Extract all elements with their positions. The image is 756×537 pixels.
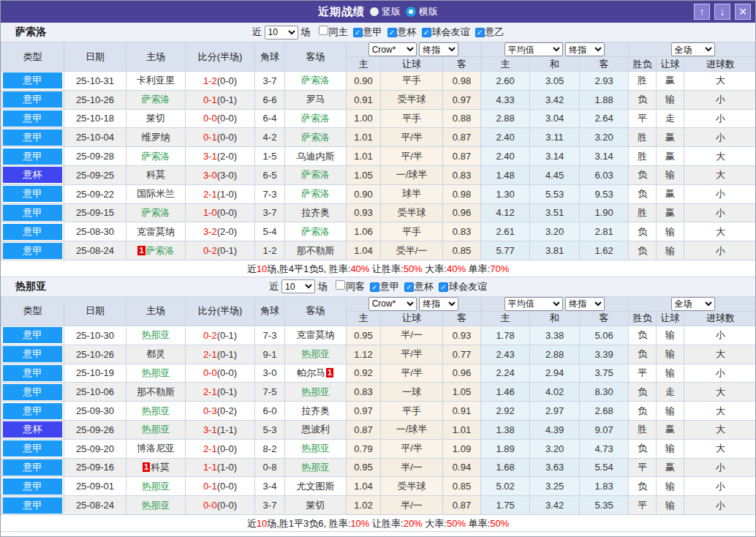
result-handicap: 输 [657,496,684,515]
team-name: 维罗纳 [142,132,170,143]
corner-cell: 3-7 [255,496,285,515]
odds-final-select[interactable]: 终指 [419,297,458,311]
opponent-team-cell: 乌迪内斯 [285,147,347,166]
avg-away-odds: 1.83 [580,477,629,496]
result-goals: 小 [684,90,756,109]
result-goals: 大 [684,439,756,458]
avg-home-odds: 5.02 [481,477,530,496]
filter-checkbox-意乙[interactable]: ✓ [475,28,485,37]
filter-checkbox-label: 意甲 [363,26,382,37]
full-score: 3-2 [203,226,217,237]
home-away-team-cell: 1萨索洛 [126,241,186,260]
filter-checkbox-球会友谊[interactable]: ✓ [439,282,448,292]
corner-cell: 7-5 [255,383,285,402]
date-cell: 25-10-19 [64,364,126,383]
date-cell: 25-10-18 [64,109,126,128]
avg-company-select[interactable]: 平均值 [504,297,563,311]
column-header-away: 客场 [285,42,347,72]
avg-away-odds: 2.81 [580,222,629,241]
opponent-team-cell: 维罗纳 [126,128,186,147]
avg-home-odds: 2.40 [481,147,530,166]
match-count-select[interactable]: 10 [281,279,315,293]
avg-final-select[interactable]: 终指 [565,42,605,56]
avg-away-odds: 5.06 [580,326,629,345]
match-row: 意甲25-10-18莱切0-0(0-0)6-4萨索洛1.00平手0.882.88… [1,109,756,128]
date-cell: 25-10-30 [64,326,126,345]
opponent-team-cell: 拉齐奥 [285,203,347,222]
filter-checkbox-意甲[interactable]: ✓ [353,28,363,37]
match-type-cell: 意甲 [1,128,64,147]
match-type-cell: 意甲 [1,147,64,166]
odds-company-select[interactable]: Crow* [368,297,417,311]
team-name: 罗马 [306,94,325,105]
result-handicap: 赢 [657,72,684,91]
match-count-select[interactable]: 10 [265,26,298,40]
radio-label: 横版 [419,5,438,18]
avg-draw-odds: 4.45 [530,165,580,184]
avg-final-select[interactable]: 终指 [565,297,605,311]
league-type-badge: 意甲 [3,72,62,89]
handicap-home-odds: 0.92 [347,364,381,383]
filter-checkbox-意杯[interactable]: ✓ [388,28,397,37]
avg-home-odds: 1.38 [481,420,530,439]
full-match-select[interactable]: 全场 [671,297,715,311]
handicap-line: 平/半 [381,128,443,147]
result-handicap: 输 [657,222,684,241]
filter-suffix-label: 场 [301,26,311,39]
result-handicap: 输 [657,165,684,184]
opponent-team-cell: 恩波利 [285,420,347,439]
result-handicap: 赢 [657,184,684,203]
result-outcome: 负 [629,345,657,364]
half-score: (0-1) [217,386,237,397]
match-row: 意甲25-10-06那不勒斯2-1(0-1)7-5热那亚0.83一球1.051.… [1,383,756,402]
full-match-select[interactable]: 全场 [671,42,715,56]
handicap-away-odds: 0.87 [443,147,481,166]
handicap-home-odds: 0.90 [347,72,381,91]
odds-final-select[interactable]: 终指 [419,42,458,56]
score-cell: 0-0(0-0) [186,364,255,383]
summary-value: 50% [404,263,423,274]
scroll-down-button[interactable]: ↓ [714,4,730,20]
handicap-away-odds: 1.05 [443,383,481,402]
filter-checkbox-球会友谊[interactable]: ✓ [422,28,431,37]
layout-radio-horizontal[interactable]: 横版 [406,5,438,18]
match-type-cell: 意甲 [1,109,64,128]
scroll-up-button[interactable]: ↑ [694,4,710,20]
avg-away-odds: 6.03 [580,165,629,184]
home-away-team-cell: 萨索洛 [285,184,347,203]
match-row: 意甲25-09-22国际米兰2-1(1-0)7-3萨索洛0.90球半0.981.… [1,184,756,203]
home-away-team-cell: 萨索洛 [126,147,186,166]
full-score: 0-1 [203,481,217,492]
result-goals: 大 [684,383,756,402]
column-header-score: 比分(半场) [186,296,255,326]
filter-checkbox-意甲[interactable]: ✓ [370,282,379,292]
result-outcome: 负 [629,402,657,421]
league-type-badge: 意甲 [3,478,62,495]
avg-draw-odds: 2.94 [530,364,580,383]
avg-home-odds: 2.92 [481,402,530,421]
filter-checkbox-意杯[interactable]: ✓ [404,282,414,292]
home-away-team-cell: 热那亚 [126,326,186,345]
avg-company-select[interactable]: 平均值 [504,42,563,56]
opponent-team-cell: 博洛尼亚 [126,439,186,458]
handicap-line: 平手 [381,72,443,91]
column-header-away: 客场 [285,296,347,326]
filter-checkbox-同主[interactable] [319,26,328,35]
team-name: 热那亚 [301,462,330,473]
avg-away-odds: 8.30 [580,383,629,402]
summary-label: 让胜率: [369,518,403,529]
odds-company-select[interactable]: Crow* [368,42,417,56]
filter-prefix-label: 近 [252,26,262,39]
league-type-badge: 意甲 [3,365,62,381]
filter-checkbox-同客[interactable] [336,280,345,290]
half-score: (1-0) [217,189,237,200]
home-away-team-cell: 萨索洛 [285,128,347,147]
layout-radio-vertical[interactable]: 竖版 [370,5,401,18]
league-type-badge: 意甲 [3,110,62,127]
close-button[interactable]: ✕ [735,4,751,20]
league-type-badge: 意甲 [3,149,62,165]
team-name: 热那亚 [301,443,330,454]
result-outcome: 平 [629,496,657,515]
result-handicap: 输 [657,326,684,345]
score-cell: 0-0(0-0) [186,496,255,515]
